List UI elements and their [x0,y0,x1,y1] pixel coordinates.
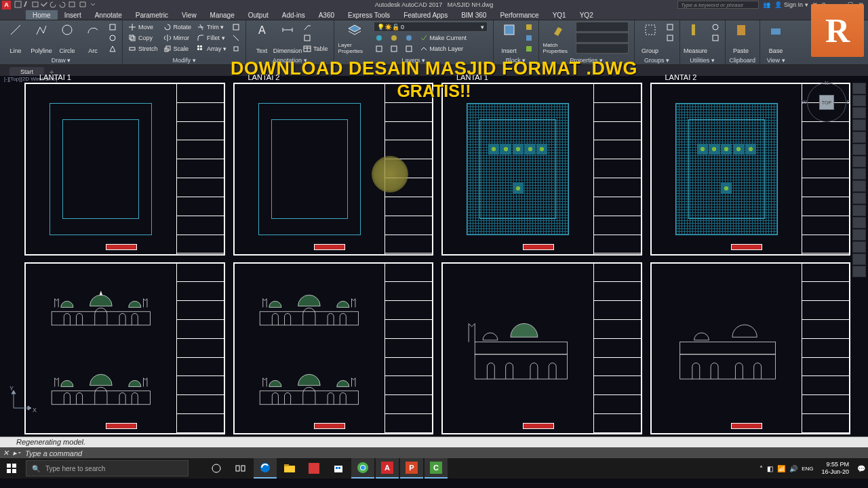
group-button[interactable]: Group [639,22,662,54]
leader-button[interactable] [302,22,330,32]
ucs-icon[interactable]: Y X [8,386,35,415]
mirror-button[interactable]: Mirror [162,33,193,43]
tab-parametric[interactable]: Parametric [129,10,175,20]
tab-featured[interactable]: Featured Apps [397,10,454,20]
powerpoint-icon[interactable]: P [400,458,423,479]
block-tool-2[interactable] [524,33,534,43]
tray-chevron-icon[interactable]: ˄ [760,465,763,472]
move-button[interactable]: Move [127,22,159,32]
insert-button[interactable]: Insert [498,22,521,54]
model-space[interactable]: LANTAI 1 LANTAI 2 LANTAI 1 LANTAI 2 [24,83,850,434]
layer-tool-3[interactable] [403,33,414,43]
base-button[interactable]: Base [764,22,787,54]
svg-rect-4 [110,24,115,30]
tab-performance[interactable]: Performance [493,10,545,20]
tab-insert[interactable]: Insert [58,10,88,20]
wifi-icon[interactable]: 📶 [777,465,785,472]
help-search[interactable]: Type a keyword or phrase [677,1,759,9]
rotate-button[interactable]: Rotate [162,22,193,32]
volume-icon[interactable]: 🔊 [789,465,797,472]
quick-access-toolbar[interactable] [14,1,95,9]
util-tool-2[interactable] [710,33,721,43]
clock[interactable]: 9:55 PM 16-Jun-20 [817,461,853,476]
fillet-button[interactable]: Fillet ▾ [195,33,228,43]
trim-button[interactable]: Trim ▾ [195,22,228,32]
notifications-icon[interactable]: 💬 [857,465,865,472]
command-input[interactable]: ✕ ▸⁃ Type a command [0,447,868,459]
block-tool-1[interactable] [524,22,534,32]
draw-flyout-1[interactable] [107,22,118,32]
layer-combo[interactable]: 💡☀️🔓 0▾ [374,22,488,32]
measure-button[interactable]: Measure [684,22,707,54]
chrome-icon[interactable] [351,458,374,479]
make-current-button[interactable]: Make Current [418,33,469,43]
tab-addins[interactable]: Add-ins [275,10,312,20]
tab-manage[interactable]: Manage [203,10,241,20]
layer-tool-2[interactable] [389,33,399,43]
block-tool-3[interactable] [524,43,534,54]
camtasia-icon[interactable]: C [425,458,448,479]
viewcube[interactable]: TOP N E W [807,83,846,122]
line-button[interactable]: Line [4,22,27,54]
app-icon-red[interactable] [302,458,326,479]
tray-app-icon[interactable]: ◧ [767,465,773,472]
layer-tool-6[interactable] [403,43,414,54]
lineweight-combo[interactable] [576,33,629,43]
layer-tool-1[interactable] [374,33,384,43]
infocenter-icon[interactable]: 👥 [763,1,770,8]
drawing-viewport[interactable]: [-][Top][2D Wireframe] LANTAI 1 LANTAI 2… [0,76,868,436]
edge-icon[interactable] [254,458,277,479]
cortana-icon[interactable] [205,458,228,479]
command-line[interactable]: Regenerating model. ✕ ▸⁃ Type a command [0,436,868,458]
circle-button[interactable]: Circle [56,22,79,54]
paste-button[interactable]: Paste [730,22,753,54]
match-properties-button[interactable]: Match Properties [543,22,573,54]
start-button[interactable] [0,458,23,479]
polyline-button[interactable]: Polyline [30,22,53,54]
store-icon[interactable] [327,458,350,479]
signin-button[interactable]: 👤Sign In▾ [774,1,808,8]
draw-flyout-3[interactable] [107,43,118,54]
match-layer-button[interactable]: Match Layer [418,43,465,54]
array-button[interactable]: Array ▾ [195,43,228,54]
copy-button[interactable]: Copy [127,33,159,43]
group-tool-1[interactable] [665,22,675,32]
svg-rect-13 [197,48,199,50]
tab-view[interactable]: View [175,10,203,20]
linetype-combo[interactable] [576,43,629,54]
layer-properties-button[interactable]: Layer Properties [338,22,371,54]
layer-tool-4[interactable] [374,43,384,54]
navigation-bar[interactable] [852,83,866,277]
app-icon[interactable]: A [2,1,11,9]
tab-bim360[interactable]: BIM 360 [454,10,493,20]
scale-button[interactable]: Scale [162,43,193,54]
taskview-icon[interactable] [229,458,252,479]
group-tool-2[interactable] [665,33,675,43]
util-tool-1[interactable] [710,22,721,32]
table-button[interactable]: Table [302,43,330,54]
arc-button[interactable]: Arc [81,22,104,54]
modify-flyout-1[interactable] [231,22,241,32]
tab-yq1[interactable]: YQ1 [546,10,573,20]
stretch-button[interactable]: Stretch [127,43,159,54]
dimension-button[interactable]: Dimension [276,22,299,54]
tab-home[interactable]: Home [26,10,58,20]
autocad-taskbar-icon[interactable]: A [376,458,399,479]
tab-a360[interactable]: A360 [312,10,341,20]
tab-yq2[interactable]: YQ2 [573,10,600,20]
draw-flyout-2[interactable] [107,33,118,43]
tab-output[interactable]: Output [241,10,275,20]
modify-flyout-2[interactable] [231,33,241,43]
text-button[interactable]: AText [250,22,273,54]
language-icon[interactable]: ENG [802,466,813,472]
color-combo[interactable] [576,22,629,32]
tab-annotate[interactable]: Annotate [88,10,129,20]
tab-express[interactable]: Express Tools [341,10,397,20]
annot-flyout[interactable] [302,33,330,43]
taskbar-search[interactable]: 🔍 Type here to search [26,460,189,476]
system-tray[interactable]: ˄ ◧ 📶 🔊 ENG 9:55 PM 16-Jun-20 💬 [760,461,868,476]
command-history: Regenerating model. [0,437,868,447]
layer-tool-5[interactable] [389,43,399,54]
explorer-icon[interactable] [278,458,301,479]
modify-flyout-3[interactable] [231,43,241,54]
